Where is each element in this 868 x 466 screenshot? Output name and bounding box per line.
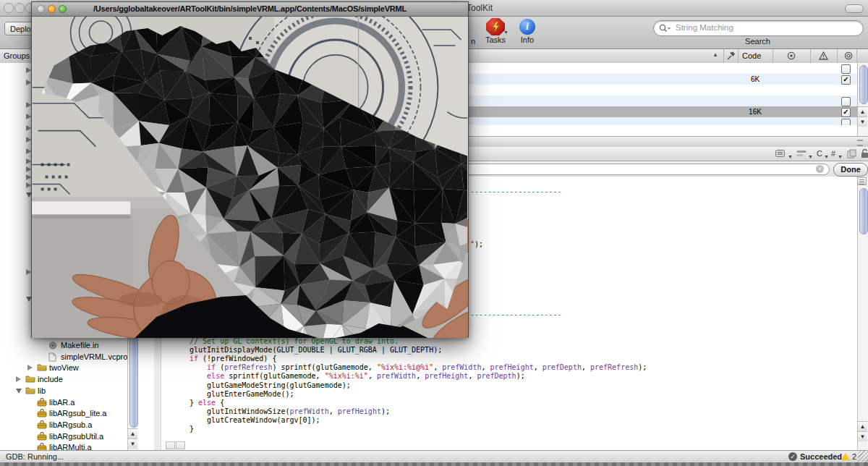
disclosure-down-icon[interactable] [16, 389, 22, 394]
toolbar-toggle-capsule[interactable] [845, 4, 864, 13]
column-separator [810, 49, 811, 63]
done-button[interactable]: Done [833, 163, 868, 177]
lock-icon[interactable] [861, 148, 868, 158]
build-result-text: Succeeded [800, 452, 842, 461]
code-line: } [190, 425, 194, 433]
column-separator [856, 49, 857, 63]
target-column-icon[interactable] [787, 51, 796, 60]
window-bottom-edge [0, 462, 868, 466]
hscroll-corner-box[interactable] [176, 441, 185, 449]
include-checkbox[interactable]: ✓ [841, 75, 851, 85]
tasks-icon [486, 18, 505, 35]
xcode-window-title: ToolKit [467, 3, 493, 13]
disclosure-right-icon[interactable] [26, 80, 31, 85]
warning-count[interactable]: 2 [852, 452, 856, 461]
disclosure-right-icon[interactable] [26, 125, 31, 131]
lib-icon [37, 443, 47, 450]
disclosure-right-icon[interactable] [26, 174, 31, 180]
bookmarks-menu-icon[interactable] [775, 150, 787, 158]
table-scrollbar[interactable]: ▲ ▼ [857, 63, 868, 136]
info-button[interactable]: i Info [517, 18, 537, 44]
editor-scrollbar[interactable]: ▲ ▼ [857, 177, 868, 450]
code-line: --------------------- [470, 187, 561, 196]
status-bar: GDB: Running... ✓ Succeeded 2 [0, 450, 868, 463]
symbols-menu-icon[interactable]: # [831, 149, 835, 158]
search-icon [659, 24, 671, 33]
disclosure-right-icon[interactable] [26, 269, 31, 275]
disclosure-right-icon[interactable] [26, 182, 31, 188]
disclosure-right-icon[interactable] [26, 67, 31, 73]
code-line: else sprintf(glutGamemode, "%ix%i:%i", p… [190, 372, 525, 381]
sidebar-scroll-up-icon[interactable]: ▲ [128, 428, 137, 439]
warning-icon[interactable] [841, 453, 850, 460]
code-line: "); [470, 240, 483, 249]
disclosure-right-icon[interactable] [26, 114, 31, 119]
tree-item-label: libARgsubUtil.a [49, 432, 103, 441]
gear-icon [48, 341, 57, 352]
hscroll-corner-box[interactable] [166, 441, 175, 449]
disclosure-right-icon[interactable] [26, 166, 31, 172]
caret-icon: ▼ [788, 154, 793, 159]
class-menu-icon[interactable]: C [817, 149, 822, 158]
sidebar-scroll-down-icon[interactable]: ▼ [128, 439, 137, 449]
tasks-button[interactable]: ▼ Tasks [483, 18, 508, 44]
ar-app-window[interactable]: /Users/gglobaltakeover/ARToolKit/bin/sim… [31, 1, 469, 338]
folder-icon [37, 363, 47, 373]
clear-field-icon[interactable]: × [816, 165, 824, 173]
counterpart-icon[interactable] [847, 149, 856, 158]
lib-icon [37, 409, 47, 419]
caret-icon: ▼ [824, 154, 829, 159]
tasks-caret-icon: ▼ [503, 30, 509, 35]
warning-column-icon[interactable] [819, 51, 828, 60]
column-separator [837, 49, 838, 63]
editor-scroll-up-icon[interactable]: ▲ [858, 421, 867, 431]
code-line: glutInitDisplayMode(GLUT_DOUBLE | GLUT_R… [190, 346, 442, 355]
search-input[interactable]: String Matching [653, 20, 864, 36]
minimize-button[interactable] [14, 3, 25, 13]
splitter-grip-icon [857, 140, 863, 146]
search-placeholder: String Matching [676, 23, 733, 32]
status-column-icon[interactable] [844, 51, 853, 60]
code-size-value: 6K [738, 75, 773, 83]
ar-titlebar[interactable]: /Users/gglobaltakeover/ARToolKit/bin/sim… [32, 2, 468, 17]
ar-scene [32, 17, 468, 338]
info-icon: i [519, 19, 535, 35]
tree-item-label: libAR.a [49, 398, 75, 407]
deployment-popup[interactable]: Deplo [4, 22, 32, 35]
lib-icon [37, 432, 47, 442]
code-column-header[interactable]: Code [742, 51, 761, 60]
tree-item-label: libARgsub.a [49, 420, 92, 429]
tree-item-label: libARMulti.a [49, 443, 92, 450]
sidebar-scrollbar-thumb[interactable] [129, 332, 138, 428]
code-size-value: 16K [738, 108, 773, 116]
include-checkbox[interactable] [841, 97, 851, 106]
disclosure-right-icon[interactable] [27, 365, 33, 370]
table-scroll-up-icon[interactable]: ▲ [858, 106, 867, 116]
code-line: glutGameModeString(glutGamemode); [190, 381, 351, 390]
shelf-ledge [32, 201, 130, 216]
tree-item-label: simpleVRML.vcproj [61, 352, 129, 361]
table-scrollbar-thumb[interactable] [859, 65, 868, 104]
code-line: glutCreateWindow(argv[0]); [190, 416, 320, 425]
include-checkbox[interactable] [841, 64, 851, 74]
code-line: glutEnterGameMode(); [190, 390, 294, 399]
editor-scroll-down-icon[interactable]: ▼ [858, 431, 867, 441]
caret-icon: ▼ [808, 154, 813, 159]
disclosure-right-icon[interactable] [26, 137, 31, 143]
disclosure-right-icon[interactable] [16, 376, 21, 382]
disclosure-right-icon[interactable] [26, 148, 31, 154]
include-checkbox[interactable]: ✓ [841, 108, 851, 117]
ar-camera-view [32, 17, 468, 338]
disclosure-right-icon[interactable] [26, 158, 31, 164]
folder-icon [25, 375, 35, 384]
editor-scrollbar-thumb[interactable] [859, 188, 868, 234]
build-hammer-icon[interactable] [726, 51, 736, 61]
tasks-label: Tasks [483, 35, 508, 44]
editor-split-widget[interactable] [857, 177, 867, 185]
resize-grip[interactable] [858, 450, 868, 462]
disclosure-right-icon[interactable] [26, 102, 31, 108]
close-button[interactable] [4, 3, 14, 13]
sort-indicator-icon[interactable]: ▲ [712, 51, 718, 58]
breakpoints-menu-icon[interactable] [796, 150, 807, 158]
table-scroll-down-icon[interactable]: ▼ [858, 116, 867, 127]
